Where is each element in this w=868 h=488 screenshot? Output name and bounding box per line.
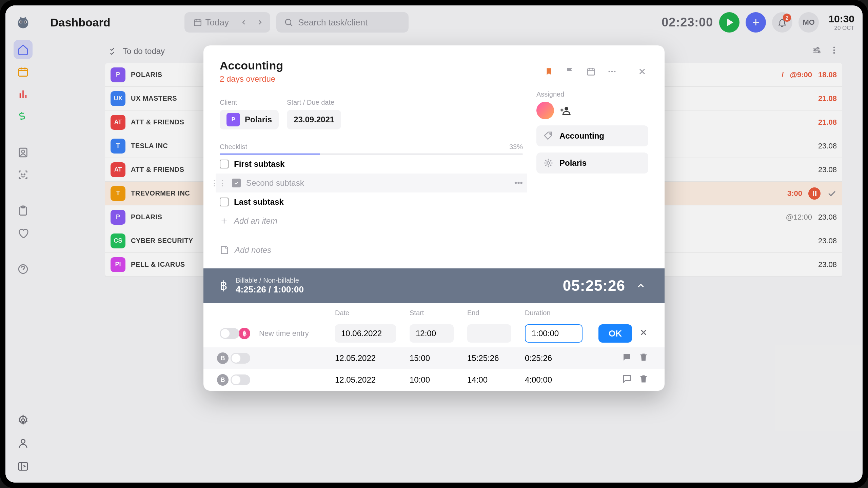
search-input[interactable]: Search task/client <box>276 12 409 33</box>
billable-toggle[interactable] <box>231 353 250 364</box>
entry-date: 12.05.2022 <box>335 353 410 363</box>
bookmark-icon[interactable] <box>543 65 555 78</box>
client-badge: AT <box>111 162 125 177</box>
billable-toggle[interactable] <box>220 328 239 339</box>
add-notes[interactable]: Add notes <box>220 237 523 255</box>
date-prev[interactable] <box>236 15 251 30</box>
play-button[interactable] <box>719 12 739 33</box>
client-badge: P <box>226 113 240 126</box>
checkbox[interactable] <box>220 198 229 206</box>
client-pill[interactable]: P Polaris <box>220 110 279 129</box>
svg-point-18 <box>817 47 818 49</box>
add-checklist-item[interactable]: Add an item <box>220 211 523 230</box>
item-text: Second subtask <box>246 178 304 188</box>
tag-polaris[interactable]: Polaris <box>536 152 648 174</box>
svg-point-13 <box>22 419 25 422</box>
nav-clipboard[interactable] <box>14 201 33 220</box>
collapse-icon[interactable] <box>633 278 648 293</box>
clock: 10:30 20 OCT <box>828 13 854 32</box>
svg-point-21 <box>833 47 835 48</box>
client-name: UX MASTERS <box>131 95 177 102</box>
tag-label: Polaris <box>559 158 587 168</box>
nav-contacts[interactable] <box>14 143 33 162</box>
add-assignee[interactable] <box>558 103 573 118</box>
client-badge: P <box>111 210 125 225</box>
entry-end: 15:25:26 <box>467 353 525 363</box>
entry-end-input[interactable] <box>467 324 511 343</box>
nav-reports[interactable] <box>14 85 33 104</box>
col-duration: Duration <box>525 309 593 317</box>
svg-point-3 <box>20 21 22 23</box>
cancel-entry-icon[interactable] <box>639 328 648 339</box>
tag-accounting[interactable]: Accounting <box>536 125 648 146</box>
delete-icon[interactable] <box>639 352 648 364</box>
settings-icon[interactable] <box>812 45 821 57</box>
calendar-icon[interactable] <box>585 65 597 78</box>
entry-start-input[interactable]: 12:00 <box>410 324 454 343</box>
item-text: First subtask <box>234 159 284 169</box>
nav-heart[interactable] <box>14 224 33 243</box>
entry-date-input[interactable]: 10.06.2022 <box>335 324 396 343</box>
client-badge: P <box>111 67 125 82</box>
svg-point-25 <box>609 70 610 72</box>
client-badge: UX <box>111 91 125 106</box>
nav-settings[interactable] <box>14 411 33 430</box>
billable-label: Billable / Non-billable <box>236 277 304 284</box>
svg-point-22 <box>833 49 835 51</box>
nav-home[interactable] <box>14 40 33 59</box>
checkbox[interactable] <box>220 160 229 168</box>
svg-point-7 <box>22 150 25 153</box>
assignee-avatar[interactable] <box>536 102 554 119</box>
drag-handle-icon[interactable]: ⋮⋮ <box>210 178 226 188</box>
notification-badge: 2 <box>783 14 791 22</box>
overdue-label: 2 days overdue <box>220 74 533 84</box>
nav-billing[interactable] <box>14 107 33 126</box>
nav-collapse[interactable] <box>14 457 33 476</box>
nav-face[interactable] <box>14 165 33 184</box>
checklist-item[interactable]: ⋮⋮Second subtask••• <box>216 174 527 192</box>
svg-point-27 <box>614 70 616 72</box>
nav-calendar[interactable] <box>14 62 33 81</box>
date-pill[interactable]: 23.09.2021 <box>287 110 341 129</box>
svg-point-30 <box>547 162 550 164</box>
svg-rect-5 <box>19 68 27 76</box>
page-title: Dashboard <box>50 16 111 29</box>
checklist-item[interactable]: First subtask <box>220 155 523 174</box>
date-next[interactable] <box>253 15 268 30</box>
more-icon[interactable] <box>606 65 618 78</box>
checkbox[interactable] <box>232 179 241 187</box>
svg-point-26 <box>611 70 613 72</box>
notifications-button[interactable]: 2 <box>772 12 792 33</box>
non-billable-icon: ฿ <box>239 328 250 339</box>
billable-toggle[interactable] <box>231 374 250 385</box>
more-icon[interactable] <box>829 45 839 57</box>
nav-profile[interactable] <box>14 434 33 453</box>
nav-help[interactable] <box>14 260 33 279</box>
add-notes-label: Add notes <box>235 245 271 255</box>
entry-duration-input[interactable]: 1:00:00 <box>525 324 583 343</box>
item-more-icon[interactable]: ••• <box>514 178 523 188</box>
checklist-item[interactable]: Last subtask <box>220 192 523 211</box>
add-button[interactable]: + <box>746 12 766 33</box>
comment-icon[interactable] <box>622 352 632 364</box>
delete-icon[interactable] <box>639 374 648 386</box>
flag-icon[interactable] <box>564 65 576 78</box>
svg-point-14 <box>21 440 25 443</box>
client-name: ATT & FRIENDS <box>131 166 184 174</box>
pause-icon[interactable] <box>808 187 821 200</box>
checklist: First subtask⋮⋮Second subtask•••Last sub… <box>220 155 523 211</box>
svg-point-0 <box>18 18 28 28</box>
entry-duration: 4:00:00 <box>525 375 593 385</box>
comment-icon[interactable] <box>622 374 632 386</box>
close-icon[interactable] <box>636 65 648 78</box>
ok-button[interactable]: OK <box>598 324 632 343</box>
time-entry-row: B 12.05.2022 10:00 14:00 4:00:00 <box>203 369 665 391</box>
entry-end: 14:00 <box>467 375 525 385</box>
date-picker[interactable]: Today <box>187 17 235 28</box>
check-icon[interactable] <box>827 188 837 199</box>
search-placeholder: Search task/client <box>298 17 368 28</box>
tag-label: Accounting <box>559 131 604 141</box>
sidebar <box>5 5 41 483</box>
checklist-label: Checklist <box>220 143 247 151</box>
user-avatar[interactable]: MO <box>798 12 819 33</box>
